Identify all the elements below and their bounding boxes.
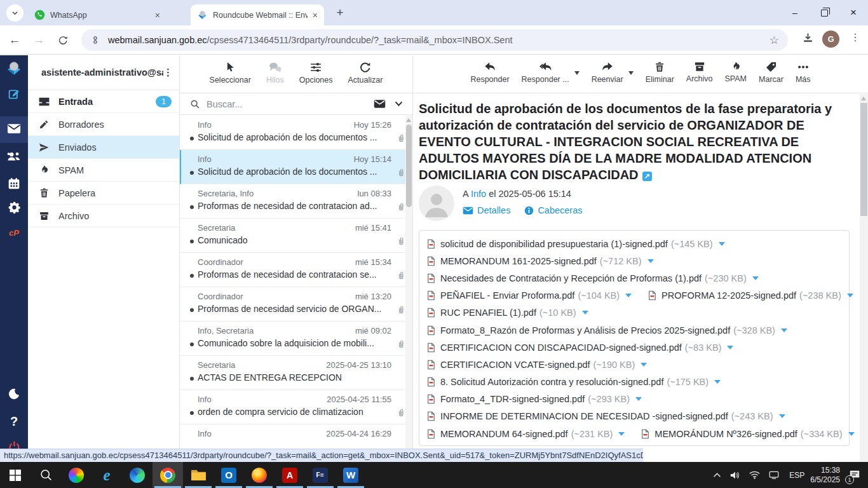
attachment-menu-caret[interactable] (781, 329, 787, 332)
list-scrollbar[interactable] (405, 116, 412, 488)
start-button[interactable] (0, 462, 31, 488)
screen-cast-icon[interactable] (769, 471, 779, 479)
sidebar-item-spam[interactable]: SPAM (28, 159, 179, 182)
headers-link[interactable]: Cabeceras (524, 205, 582, 215)
bookmark-star-icon[interactable]: ☆ (770, 34, 779, 47)
message-row-selected[interactable]: Info Hoy 15:14 Solicitud de aprobación d… (180, 150, 413, 184)
recipient-link[interactable]: Info (471, 189, 486, 199)
reader-scrollbar-thumb[interactable] (860, 103, 867, 216)
message-row[interactable]: Info 2025-04-25 11:55 orden de compra se… (180, 390, 413, 424)
refresh-button[interactable]: Actualizar (348, 61, 383, 93)
taskbar-firefox-button[interactable] (244, 462, 275, 488)
rail-calendar-button[interactable] (0, 177, 28, 190)
site-settings-icon[interactable] (90, 35, 100, 45)
attachment-item[interactable]: MEMORÁNDUM Nº326-signed.pdf(~334 KB) (641, 429, 854, 439)
reply-all-dropdown-caret[interactable] (574, 71, 580, 75)
message-row[interactable]: Coordinador mié 13:20 Proformas de neces… (180, 287, 413, 322)
taskbar-outlook-button[interactable]: O (214, 462, 244, 488)
message-row[interactable]: Secretaria 2025-04-25 13:10 ACTAS DE ENT… (180, 356, 413, 390)
details-link[interactable]: Detalles (463, 205, 510, 215)
attachment-item[interactable]: INFORME DE DETERMINACION DE NECESIDAD -s… (427, 411, 785, 421)
back-button[interactable]: ← (5, 30, 24, 50)
attachment-menu-caret[interactable] (582, 311, 588, 315)
attachment-item[interactable]: Formato_4_TDR-signed-signed.pdf(~293 KB) (427, 394, 642, 404)
folder-options-button[interactable]: ⋮ (163, 67, 173, 78)
mark-button[interactable]: Marcar (759, 61, 783, 93)
downloads-button[interactable] (802, 32, 814, 44)
tab-whatsapp-close-icon[interactable]: × (155, 10, 160, 20)
rail-mail-button[interactable] (0, 123, 28, 134)
message-row[interactable]: Secretaria mié 15:41 Comunicado (180, 219, 413, 253)
rail-darkmode-button[interactable] (0, 388, 28, 400)
forward-button[interactable]: Reenviar (592, 61, 623, 93)
window-close-button[interactable]: × (839, 0, 868, 25)
taskbar-acrobat-button[interactable]: A (275, 462, 305, 488)
wifi-icon[interactable] (749, 471, 760, 479)
open-in-new-window-icon[interactable]: ↗ (642, 172, 652, 181)
message-row[interactable]: Info Hoy 15:26 Solicitud de aprobación d… (180, 116, 413, 150)
sidebar-item-archivo[interactable]: Archivo (28, 205, 179, 227)
attachment-menu-caret[interactable] (779, 414, 785, 418)
options-button[interactable]: Opciones (299, 61, 333, 93)
search-options-chevron[interactable] (395, 101, 403, 107)
search-scope-mail-icon[interactable] (374, 99, 386, 109)
reply-all-button[interactable]: Responder ... (522, 61, 569, 93)
search-input[interactable] (207, 99, 353, 109)
address-bar[interactable]: webmail.sanjuan.gob.ec/cpsess4713464511/… (81, 29, 788, 51)
message-row[interactable]: Secretaria, Info lun 08:33 Proformas de … (180, 184, 413, 219)
reload-button[interactable] (53, 30, 72, 50)
attachment-menu-caret[interactable] (719, 242, 725, 246)
more-button[interactable]: Más (796, 61, 811, 93)
attachment-menu-caret[interactable] (625, 294, 632, 297)
tab-roundcube-close-icon[interactable]: × (313, 10, 318, 20)
tab-whatsapp[interactable]: WhatsApp × (28, 4, 166, 25)
taskbar-explorer-button[interactable] (183, 462, 214, 488)
window-minimize-button[interactable]: – (780, 0, 810, 25)
language-indicator[interactable]: ESP (789, 471, 804, 480)
clock[interactable]: 15:38 6/5/2025 (810, 466, 840, 485)
compose-button[interactable] (0, 88, 28, 101)
attachment-menu-caret[interactable] (752, 276, 759, 280)
attachment-menu-caret[interactable] (641, 363, 647, 367)
attachment-menu-caret[interactable] (847, 294, 853, 297)
list-scrollbar-thumb[interactable] (406, 125, 412, 207)
threads-button[interactable]: Hilos (266, 61, 284, 93)
attachment-menu-caret[interactable] (648, 259, 654, 263)
tab-search-button[interactable] (6, 4, 24, 22)
browser-menu-button[interactable]: ⋮ (850, 31, 860, 43)
reply-button[interactable]: Responder (470, 61, 509, 93)
taskbar-word-button[interactable]: W (336, 462, 366, 488)
message-row[interactable]: Coordinador mié 15:34 Proformas de neces… (180, 253, 413, 287)
attachment-item[interactable]: MEMORANDUM 161-2025-signed.pdf(~712 KB) (427, 256, 654, 266)
taskbar-edge-button[interactable] (122, 462, 153, 488)
attachment-item[interactable]: Necesidades de Contratación y Recepción … (427, 273, 759, 283)
tab-roundcube-active[interactable]: Roundcube Webmail :: Enviados × (191, 4, 324, 25)
attachment-item[interactable]: PEÑAFIEL - Enviar Proforma.pdf(~104 KB) (427, 290, 632, 301)
spam-button[interactable]: SPAM (725, 61, 747, 93)
attachment-menu-caret[interactable] (714, 380, 721, 384)
attachment-item[interactable]: PROFORMA 12-2025-signed.pdf(~238 KB) (648, 290, 853, 301)
new-tab-button[interactable]: + (332, 6, 348, 20)
notification-center-button[interactable]: 1 (846, 467, 863, 484)
attachment-item[interactable]: CERTIFICACION VCATE-signed.pdf(~190 KB) (427, 360, 647, 370)
delete-button[interactable]: Eliminar (646, 61, 674, 93)
window-restore-button[interactable] (810, 0, 839, 25)
rail-help-button[interactable]: ? (0, 414, 28, 429)
volume-icon[interactable] (730, 471, 740, 480)
sidebar-item-borradores[interactable]: Borradores (28, 113, 179, 136)
tray-expand-chevron[interactable] (713, 472, 721, 478)
attachment-item[interactable]: Formato_8_Razón de Proformas y Análisis … (427, 325, 787, 336)
attachment-item[interactable]: 8. Solicitud Autorización contra y resol… (427, 377, 721, 387)
rail-contacts-button[interactable] (0, 150, 28, 163)
taskbar-ie-button[interactable]: e (92, 462, 122, 488)
taskbar-search-button[interactable] (31, 462, 61, 488)
attachment-menu-caret[interactable] (727, 346, 733, 349)
attachment-item[interactable]: CERTIFICACION CON DISCAPACIDAD-signed-si… (427, 342, 733, 353)
rail-cpanel-button[interactable]: cP (0, 228, 28, 238)
taskbar-copilot-button[interactable] (61, 462, 92, 488)
reader-scrollbar[interactable] (860, 94, 868, 488)
sidebar-item-entrada[interactable]: Entrada 1 (28, 90, 179, 113)
archive-button[interactable]: Archivo (686, 61, 713, 93)
sidebar-item-enviados[interactable]: Enviados (28, 136, 179, 159)
select-button[interactable]: Seleccionar (210, 61, 251, 93)
